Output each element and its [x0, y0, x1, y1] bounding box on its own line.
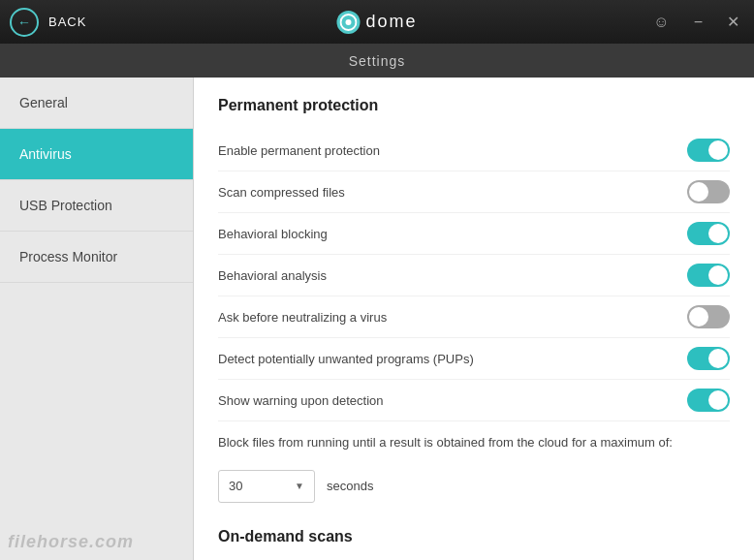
setting-label-detect-pups-perm: Detect potentially unwanted programs (PU… — [218, 352, 474, 366]
logo-text: dome — [365, 12, 417, 32]
setting-row-ask-neutralize: Ask before neutralizing a virus — [218, 296, 730, 338]
permanent-protection-title: Permanent protection — [218, 97, 730, 114]
watermark: filehorse.com — [8, 532, 134, 552]
sidebar-item-antivirus[interactable]: Antivirus — [0, 129, 193, 180]
title-bar-left: ← BACK — [10, 8, 86, 37]
toggle-enable-permanent[interactable] — [687, 139, 730, 162]
sidebar: General Antivirus USB Protection Process… — [0, 78, 194, 560]
setting-row-show-warning: Show warning upon detection — [218, 380, 730, 421]
setting-row-behavioral-analysis: Behavioral analysis — [218, 255, 730, 296]
setting-label-enable-permanent: Enable permanent protection — [218, 143, 380, 158]
seconds-dropdown[interactable]: 30 ▼ — [218, 470, 315, 503]
setting-label-behavioral-analysis: Behavioral analysis — [218, 268, 327, 283]
logo-icon — [336, 11, 360, 34]
toggle-detect-pups-perm[interactable] — [687, 347, 730, 370]
main-layout: General Antivirus USB Protection Process… — [0, 78, 754, 560]
on-demand-title: On-demand scans — [218, 528, 730, 545]
content-area: Permanent protection Enable permanent pr… — [194, 78, 754, 560]
sidebar-item-process-monitor[interactable]: Process Monitor — [0, 232, 193, 283]
sidebar-item-usb-protection[interactable]: USB Protection — [0, 180, 193, 232]
setting-label-scan-compressed-perm: Scan compressed files — [218, 185, 345, 200]
toggle-ask-neutralize[interactable] — [687, 305, 730, 328]
settings-title: Settings — [349, 53, 406, 69]
title-bar-right: ☺ − ✕ — [648, 11, 744, 33]
dropdown-value: 30 — [229, 479, 242, 493]
toggle-show-warning[interactable] — [687, 389, 730, 412]
minimize-button[interactable]: − — [689, 12, 707, 33]
profile-icon[interactable]: ☺ — [648, 12, 674, 33]
sidebar-item-general[interactable]: General — [0, 78, 193, 129]
toggle-behavioral-analysis[interactable] — [687, 264, 730, 287]
title-bar: ← BACK dome ☺ − ✕ — [0, 0, 754, 44]
close-button[interactable]: ✕ — [722, 11, 744, 33]
cloud-timeout-row: 30 ▼ seconds — [218, 460, 730, 518]
seconds-label: seconds — [327, 479, 373, 493]
setting-row-enable-permanent: Enable permanent protection — [218, 130, 730, 171]
title-bar-center: dome — [336, 11, 417, 34]
cloud-block-text: Block files from running until a result … — [218, 421, 683, 460]
setting-label-ask-neutralize: Ask before neutralizing a virus — [218, 310, 387, 325]
setting-label-show-warning: Show warning upon detection — [218, 393, 384, 408]
back-label: BACK — [48, 15, 86, 29]
dropdown-arrow-icon: ▼ — [295, 481, 304, 491]
back-button[interactable]: ← — [10, 8, 39, 37]
setting-row-detect-pups-perm: Detect potentially unwanted programs (PU… — [218, 338, 730, 380]
setting-label-behavioral-blocking: Behavioral blocking — [218, 227, 328, 241]
setting-row-scan-compressed-perm: Scan compressed files — [218, 171, 730, 213]
toggle-scan-compressed-perm[interactable] — [687, 180, 730, 203]
toggle-behavioral-blocking[interactable] — [687, 222, 730, 245]
svg-point-1 — [345, 19, 351, 25]
setting-row-behavioral-blocking: Behavioral blocking — [218, 213, 730, 255]
settings-bar: Settings — [0, 44, 754, 78]
